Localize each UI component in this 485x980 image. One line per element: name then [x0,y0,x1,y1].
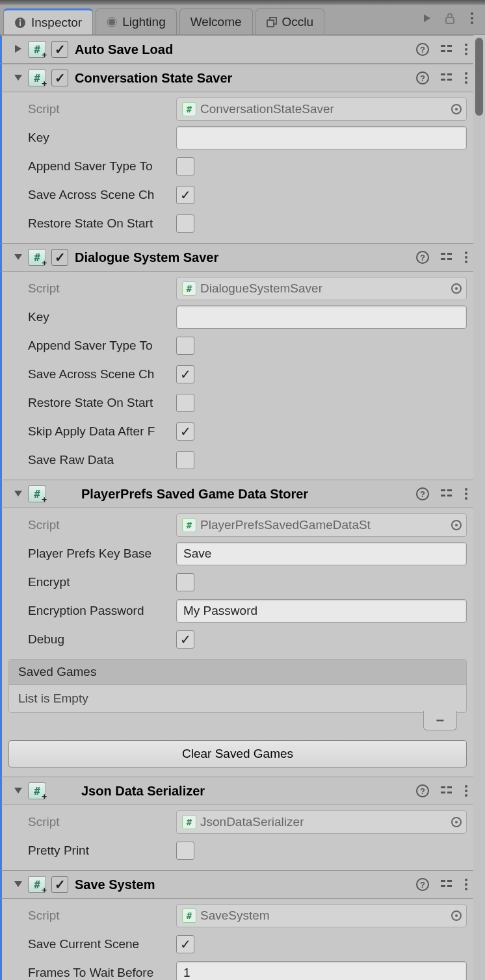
help-icon[interactable]: ? [416,251,429,264]
svg-rect-62 [447,786,452,788]
encrypt-checkbox[interactable] [176,573,194,591]
object-picker-icon[interactable] [451,103,462,115]
svg-marker-22 [14,75,22,81]
kebab-icon[interactable] [464,43,468,56]
foldout-expanded-icon[interactable] [14,73,24,83]
preset-icon[interactable] [441,879,452,890]
csharp-icon: # [182,281,196,296]
enc-pass-label: Encryption Password [8,604,176,618]
object-picker-icon[interactable] [451,816,462,828]
help-icon[interactable]: ? [416,487,429,500]
component-header-save-system[interactable]: # ✓ Save System ? [0,870,473,899]
object-picker-icon[interactable] [451,283,462,294]
svg-rect-8 [446,18,454,23]
preset-icon[interactable] [441,251,452,263]
foldout-expanded-icon[interactable] [14,489,24,499]
append-checkbox[interactable] [176,337,194,355]
script-field[interactable]: # PlayerPrefsSavedGameDataSt [176,513,467,537]
component-enable-checkbox[interactable]: ✓ [51,876,68,893]
restore-checkbox[interactable] [176,214,194,233]
object-picker-icon[interactable] [451,910,462,922]
frames-input[interactable] [176,961,467,980]
help-icon[interactable]: ? [416,43,429,56]
pretty-print-checkbox[interactable] [176,842,194,860]
component-body-playerprefs-storer: Script # PlayerPrefsSavedGameDataSt Play… [0,508,473,777]
frames-label: Frames To Wait Before [8,966,176,980]
lock-icon[interactable] [441,9,459,27]
component-enable-checkbox[interactable]: ✓ [51,41,68,58]
object-picker-icon[interactable] [451,519,462,531]
script-field[interactable]: # SaveSystem [176,904,467,927]
component-header-json-serializer[interactable]: # Json Data Serializer ? [0,777,473,805]
component-enable-checkbox[interactable]: ✓ [51,70,68,86]
help-icon[interactable]: ? [416,784,429,797]
svg-rect-6 [267,20,274,27]
preset-icon[interactable] [441,488,452,500]
restore-checkbox[interactable] [176,394,194,412]
save-raw-checkbox[interactable] [176,451,194,469]
pretty-print-label: Pretty Print [8,844,176,858]
clear-saved-games-button[interactable]: Clear Saved Games [8,740,467,767]
kebab-icon[interactable] [464,784,468,797]
skip-apply-checkbox[interactable]: ✓ [176,422,194,441]
tab-welcome[interactable]: Welcome [179,8,253,34]
foldout-expanded-icon[interactable] [14,252,24,263]
preset-icon[interactable] [441,785,452,797]
key-input[interactable] [176,126,467,149]
component-header-playerprefs-storer[interactable]: # PlayerPrefs Saved Game Data Storer ? [0,480,473,508]
append-label: Append Saver Type To [8,159,176,174]
kebab-icon[interactable] [463,9,481,27]
kebab-icon[interactable] [464,251,468,264]
component-body-conversation-state-saver: Script # ConversationStateSaver Key Appe… [0,92,473,243]
debug-checkbox[interactable]: ✓ [176,630,194,649]
save-across-checkbox[interactable]: ✓ [176,186,194,204]
key-input[interactable] [176,305,467,329]
svg-rect-73 [441,880,445,882]
list-header[interactable]: Saved Games [9,660,466,685]
script-component-icon: # [28,41,46,58]
foldout-collapsed-icon[interactable] [14,44,24,55]
script-field[interactable]: # DialogueSystemSaver [176,277,467,300]
list-remove-button[interactable]: − [423,711,457,730]
save-across-checkbox[interactable]: ✓ [176,365,194,383]
kebab-icon[interactable] [464,71,468,84]
tab-occlusion[interactable]: Occlu [256,8,325,34]
svg-text:?: ? [420,489,425,499]
preset-icon[interactable] [441,44,452,55]
svg-point-67 [465,794,467,797]
tab-bar: Inspector Lighting Welcome Occlu [0,5,485,35]
svg-rect-40 [447,258,452,260]
scrollbar-thumb[interactable] [475,38,483,116]
svg-rect-52 [447,495,452,496]
overflow-play-icon[interactable] [419,9,437,27]
script-field[interactable]: # ConversationStateSaver [176,97,467,121]
save-across-label: Save Across Scene Ch [8,188,176,202]
debug-label: Debug [8,632,176,647]
foldout-expanded-icon[interactable] [14,786,24,796]
svg-point-33 [455,108,458,110]
keybase-input[interactable] [176,542,467,565]
append-label: Append Saver Type To [8,339,176,353]
script-field[interactable]: # JsonDataSerializer [176,810,467,834]
component-header-dialogue-system-saver[interactable]: # ✓ Dialogue System Saver ? [0,243,473,272]
append-checkbox[interactable] [176,157,194,175]
tab-lighting[interactable]: Lighting [96,8,177,34]
save-across-label: Save Across Scene Ch [8,367,176,381]
kebab-icon[interactable] [464,878,468,891]
save-scene-checkbox[interactable]: ✓ [176,935,194,953]
svg-rect-49 [441,489,445,491]
component-header-auto-save-load[interactable]: # ✓ Auto Save Load ? [0,35,473,64]
help-icon[interactable]: ? [416,71,429,84]
component-enable-checkbox[interactable]: ✓ [51,249,68,266]
tab-label: Lighting [122,15,166,29]
component-header-conversation-state-saver[interactable]: # ✓ Conversation State Saver ? [0,64,473,92]
enc-pass-input[interactable] [176,599,467,623]
foldout-expanded-icon[interactable] [14,879,24,890]
kebab-icon[interactable] [464,487,468,500]
scrollbar-track[interactable] [473,35,485,980]
preset-icon[interactable] [441,72,452,84]
component-enable-spacer [51,485,75,502]
saved-games-list: Saved Games List is Empty − [8,659,467,713]
help-icon[interactable]: ? [416,878,429,891]
tab-inspector[interactable]: Inspector [3,8,93,34]
